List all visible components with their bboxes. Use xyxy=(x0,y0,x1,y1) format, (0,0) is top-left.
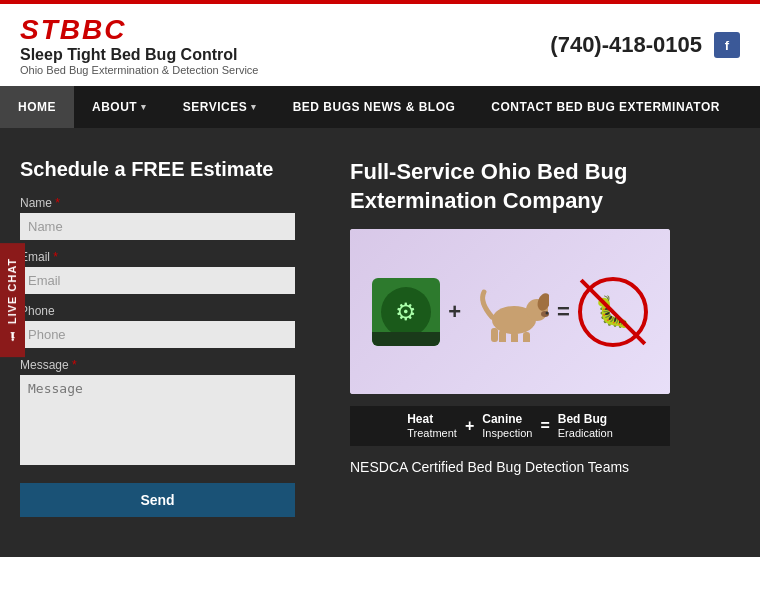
nav-arrow-about: ▾ xyxy=(141,102,147,112)
composite-area: ⚙ + xyxy=(350,229,740,446)
nav-item-contact[interactable]: CONTACT BED BUG EXTERMINATOR xyxy=(473,86,738,128)
composite-image: ⚙ + xyxy=(350,229,670,394)
email-group: Email * xyxy=(20,250,320,294)
name-input[interactable] xyxy=(20,213,295,240)
send-button[interactable]: Send xyxy=(20,483,295,517)
logo-name: Sleep Tight Bed Bug Control xyxy=(20,46,258,64)
nav-label-blog: BED BUGS NEWS & BLOG xyxy=(293,100,456,114)
live-chat-button[interactable]: ℹ LIVE CHAT xyxy=(0,243,25,357)
dog-icon xyxy=(469,278,549,346)
info-subtitle: NESDCA Certified Bed Bug Detection Teams xyxy=(350,458,740,478)
main-nav: HOME ABOUT ▾ SERVICES ▾ BED BUGS NEWS & … xyxy=(0,86,760,128)
nav-item-home[interactable]: HOME xyxy=(0,86,74,128)
svg-rect-6 xyxy=(511,332,518,342)
phone-group: Phone xyxy=(20,304,320,348)
logo-sub: Ohio Bed Bug Extermination & Detection S… xyxy=(20,64,258,76)
nav-label-contact: CONTACT BED BUG EXTERMINATOR xyxy=(491,100,720,114)
message-group: Message * xyxy=(20,358,320,469)
nav-label-services: SERVICES xyxy=(183,100,247,114)
live-chat-icon: ℹ xyxy=(6,328,19,342)
caption-bedbug-eradication: Bed BugEradication xyxy=(558,412,613,440)
svg-rect-8 xyxy=(491,328,498,342)
caption-equals: = xyxy=(540,417,549,435)
bottom-area xyxy=(0,557,760,600)
info-title: Full-Service Ohio Bed Bug Extermination … xyxy=(350,158,740,215)
form-section: Schedule a FREE Estimate Name * Email * … xyxy=(20,158,320,517)
nav-arrow-services: ▾ xyxy=(251,102,257,112)
heat-treatment-group: ⚙ xyxy=(372,278,440,346)
dog-svg xyxy=(469,282,549,342)
name-label: Name * xyxy=(20,196,320,210)
bug-circle-icon: 🐛 xyxy=(578,277,648,347)
message-textarea[interactable] xyxy=(20,375,295,465)
email-label: Email * xyxy=(20,250,320,264)
image-caption-bar: HeatTreatment + CanineInspection = Bed B… xyxy=(350,406,670,446)
email-required: * xyxy=(53,250,58,264)
message-label: Message * xyxy=(20,358,320,372)
nav-item-about[interactable]: ABOUT ▾ xyxy=(74,86,165,128)
nav-label-home: HOME xyxy=(18,100,56,114)
plus-icon-1: + xyxy=(448,299,461,325)
logo-stbbc: STBBC xyxy=(20,14,258,46)
nav-label-about: ABOUT xyxy=(92,100,137,114)
caption-canine-inspection: CanineInspection xyxy=(482,412,532,440)
phone-label: Phone xyxy=(20,304,320,318)
heat-machine-icon: ⚙ xyxy=(372,278,440,346)
email-input[interactable] xyxy=(20,267,295,294)
message-required: * xyxy=(72,358,77,372)
svg-rect-7 xyxy=(523,332,530,342)
name-required: * xyxy=(55,196,60,210)
equals-icon: = xyxy=(557,299,570,325)
form-title: Schedule a FREE Estimate xyxy=(20,158,320,181)
logo-area: STBBC Sleep Tight Bed Bug Control Ohio B… xyxy=(20,14,258,76)
bug-body-icon: 🐛 xyxy=(594,294,631,329)
header-right: (740)-418-0105 f xyxy=(550,32,740,58)
svg-point-4 xyxy=(546,311,549,314)
nav-item-services[interactable]: SERVICES ▾ xyxy=(165,86,275,128)
nav-item-blog[interactable]: BED BUGS NEWS & BLOG xyxy=(275,86,474,128)
caption-plus-1: + xyxy=(465,417,474,435)
live-chat-label: LIVE CHAT xyxy=(7,258,19,324)
main-content: Schedule a FREE Estimate Name * Email * … xyxy=(0,128,760,557)
site-header: STBBC Sleep Tight Bed Bug Control Ohio B… xyxy=(0,4,760,86)
phone-input[interactable] xyxy=(20,321,295,348)
info-section: Full-Service Ohio Bed Bug Extermination … xyxy=(350,158,740,517)
phone-number: (740)-418-0105 xyxy=(550,32,702,58)
facebook-button[interactable]: f xyxy=(714,32,740,58)
caption-heat-treatment: HeatTreatment xyxy=(407,412,457,440)
svg-rect-5 xyxy=(499,330,506,342)
name-group: Name * xyxy=(20,196,320,240)
